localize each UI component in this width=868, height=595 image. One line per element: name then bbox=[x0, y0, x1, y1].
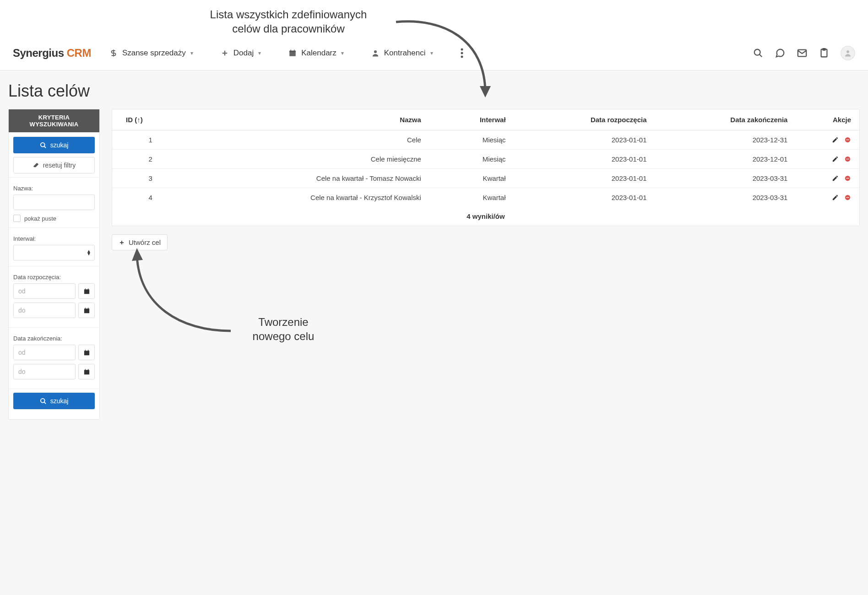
cell-end: 2023-03-31 bbox=[655, 188, 796, 207]
mail-icon[interactable] bbox=[797, 48, 808, 59]
search-icon bbox=[40, 398, 47, 405]
svg-rect-28 bbox=[846, 140, 849, 140]
svg-rect-18 bbox=[85, 308, 85, 309]
brand-part1: Synergius bbox=[13, 47, 64, 59]
calendar-icon[interactable] bbox=[78, 345, 95, 360]
search-icon[interactable] bbox=[753, 48, 764, 59]
reset-filters-button[interactable]: resetuj filtry bbox=[13, 157, 95, 173]
svg-rect-1 bbox=[289, 50, 296, 52]
cell-end: 2023-03-31 bbox=[655, 169, 796, 188]
top-nav: Synergius CRM Szanse sprzedaży ▾ Dodaj ▾… bbox=[0, 36, 868, 70]
cell-actions bbox=[796, 130, 859, 150]
edit-icon[interactable] bbox=[832, 156, 839, 162]
reset-filters-label: resetuj filtry bbox=[43, 162, 76, 169]
annotation-top-text: Lista wszystkich zdefiniowanych celów dl… bbox=[210, 8, 367, 35]
th-interval[interactable]: Interwał bbox=[429, 109, 514, 130]
svg-point-6 bbox=[461, 52, 463, 54]
th-name[interactable]: Nazwa bbox=[162, 109, 429, 130]
nav-calendar[interactable]: Kalendarz ▾ bbox=[288, 49, 344, 58]
cell-actions bbox=[796, 150, 859, 169]
avatar[interactable] bbox=[841, 46, 855, 60]
cell-actions bbox=[796, 169, 859, 188]
nav-contractors[interactable]: Kontrahenci ▾ bbox=[371, 49, 433, 58]
plus-icon bbox=[119, 239, 125, 246]
calendar-icon[interactable] bbox=[78, 364, 95, 379]
cell-start: 2023-01-01 bbox=[514, 169, 655, 188]
eraser-icon bbox=[33, 162, 39, 169]
chevron-down-icon: ▾ bbox=[190, 50, 193, 56]
show-empty-label: pokaż puste bbox=[24, 215, 56, 222]
cell-interval: Miesiąc bbox=[429, 130, 514, 150]
calendar-icon[interactable] bbox=[78, 303, 95, 318]
cell-id: 2 bbox=[112, 150, 162, 169]
delete-icon[interactable] bbox=[844, 136, 851, 143]
end-date-from-input[interactable] bbox=[13, 345, 76, 360]
search-icon bbox=[40, 142, 47, 149]
cell-name: Cele na kwartał - Tomasz Nowacki bbox=[162, 169, 429, 188]
cell-id: 4 bbox=[112, 188, 162, 207]
annotation-top: Lista wszystkich zdefiniowanych celów dl… bbox=[146, 7, 430, 36]
svg-rect-3 bbox=[294, 49, 295, 51]
svg-point-13 bbox=[41, 142, 45, 146]
th-actions: Akcje bbox=[796, 109, 859, 130]
svg-rect-21 bbox=[85, 350, 85, 351]
th-id[interactable]: ID (↑) bbox=[112, 109, 162, 130]
svg-rect-30 bbox=[846, 159, 849, 159]
cell-actions bbox=[796, 188, 859, 207]
edit-icon[interactable] bbox=[832, 194, 839, 201]
plus-icon bbox=[221, 49, 229, 57]
cell-interval: Miesiąc bbox=[429, 150, 514, 169]
cell-id: 3 bbox=[112, 169, 162, 188]
svg-point-5 bbox=[461, 48, 463, 50]
start-date-from-input[interactable] bbox=[13, 283, 76, 299]
arrow-bottom bbox=[125, 242, 240, 333]
cell-interval: Kwartał bbox=[429, 188, 514, 207]
clipboard-icon[interactable] bbox=[819, 48, 830, 59]
delete-icon[interactable] bbox=[844, 194, 851, 201]
name-filter-input[interactable] bbox=[13, 195, 95, 210]
goals-table: ID (↑) Nazwa Interwał Data rozpoczęcia D… bbox=[112, 109, 860, 226]
name-filter-label: Nazwa: bbox=[13, 185, 95, 192]
calendar-icon bbox=[288, 49, 297, 57]
start-date-to-input[interactable] bbox=[13, 303, 76, 318]
nav-contractors-label: Kontrahenci bbox=[384, 49, 426, 58]
nav-sales-label: Szanse sprzedaży bbox=[122, 49, 186, 58]
annotation-bottom-text: Tworzenie nowego celu bbox=[253, 316, 315, 342]
chevron-down-icon: ▾ bbox=[341, 50, 344, 56]
cell-id: 1 bbox=[112, 130, 162, 150]
show-empty-checkbox[interactable] bbox=[13, 215, 21, 222]
delete-icon[interactable] bbox=[844, 156, 851, 162]
edit-icon[interactable] bbox=[832, 175, 839, 182]
interval-filter-select[interactable] bbox=[13, 245, 95, 260]
chevron-down-icon: ▾ bbox=[430, 50, 433, 56]
th-start[interactable]: Data rozpoczęcia bbox=[514, 109, 655, 130]
svg-point-7 bbox=[461, 55, 463, 58]
svg-rect-16 bbox=[88, 288, 88, 290]
chat-icon[interactable] bbox=[775, 48, 786, 59]
edit-icon[interactable] bbox=[832, 136, 839, 143]
nav-add[interactable]: Dodaj ▾ bbox=[221, 49, 261, 58]
nav-sales[interactable]: Szanse sprzedaży ▾ bbox=[109, 49, 193, 58]
delete-icon[interactable] bbox=[844, 175, 851, 182]
table-row: 3Cele na kwartał - Tomasz NowackiKwartał… bbox=[112, 169, 859, 188]
svg-rect-14 bbox=[84, 289, 89, 294]
brand-part2: CRM bbox=[67, 47, 91, 59]
svg-point-12 bbox=[846, 50, 849, 53]
end-date-to-input[interactable] bbox=[13, 364, 76, 379]
search-panel: KRYTERIA WYSZUKIWANIA szukaj resetuj fil… bbox=[8, 109, 100, 420]
search-button-bottom-label: szukaj bbox=[50, 397, 69, 405]
calendar-icon[interactable] bbox=[78, 283, 95, 299]
nav-more[interactable] bbox=[461, 48, 463, 58]
search-panel-header: KRYTERIA WYSZUKIWANIA bbox=[9, 109, 99, 132]
create-goal-button[interactable]: Utwórz cel bbox=[112, 234, 168, 250]
nav-add-label: Dodaj bbox=[233, 49, 254, 58]
search-button[interactable]: szukaj bbox=[13, 137, 95, 153]
svg-rect-17 bbox=[84, 308, 89, 313]
cell-start: 2023-01-01 bbox=[514, 188, 655, 207]
cell-start: 2023-01-01 bbox=[514, 150, 655, 169]
svg-rect-24 bbox=[85, 369, 85, 370]
svg-rect-20 bbox=[84, 351, 89, 355]
search-button-bottom[interactable]: szukaj bbox=[13, 393, 95, 409]
end-date-label: Data zakończenia: bbox=[13, 335, 95, 342]
th-end[interactable]: Data zakończenia bbox=[655, 109, 796, 130]
